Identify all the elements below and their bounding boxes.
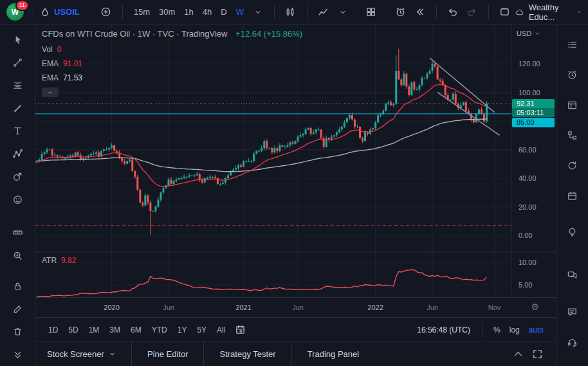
tab-stock-screener[interactable]: Stock Screener — [44, 342, 131, 366]
undo-button[interactable] — [443, 3, 463, 22]
atr-legend[interactable]: ATR 9.82 — [42, 256, 76, 265]
chart-canvas[interactable]: 120.00100.0080.0060.0040.0020.000.0010.0… — [35, 24, 556, 297]
panel-maximize-button[interactable] — [528, 345, 547, 364]
range-ytd[interactable]: YTD — [147, 323, 172, 337]
volume-value: 0 — [57, 45, 62, 54]
ideas-icon[interactable] — [560, 217, 585, 247]
time-axis[interactable]: ⚙ 2020Jun2021Jun2022JunNov — [35, 297, 556, 317]
ema-fast-value: 91.01 — [63, 59, 82, 68]
chevron-up-icon — [47, 89, 53, 96]
volume-label: Vol — [42, 45, 53, 54]
line-type-dropdown-button[interactable] — [314, 3, 333, 22]
time-label: 2022 — [367, 304, 383, 311]
text-icon[interactable] — [5, 120, 30, 143]
svg-text:0.00: 0.00 — [519, 232, 532, 239]
symbol-search-button[interactable]: USOIL — [40, 7, 80, 17]
interval-4h[interactable]: 4h — [198, 5, 216, 19]
redo-button[interactable] — [463, 3, 482, 22]
zoom-in-icon[interactable] — [5, 244, 30, 268]
edit-icon[interactable] — [5, 298, 30, 321]
range-5y[interactable]: 5Y — [192, 323, 212, 337]
panel-collapse-button[interactable] — [508, 345, 528, 364]
percent-scale-button[interactable]: % — [489, 323, 505, 337]
range-6m[interactable]: 6M — [125, 323, 147, 337]
interval-15m[interactable]: 15m — [129, 5, 154, 19]
ema-slow-legend[interactable]: EMA 71.53 — [42, 73, 302, 82]
time-label: 2021 — [235, 304, 251, 311]
tab-label: Trading Panel — [308, 349, 359, 359]
lock-icon[interactable] — [5, 275, 30, 298]
bottom-panel-tabs: Stock ScreenerPine EditorStrategy Tester… — [35, 342, 556, 366]
volume-legend[interactable]: Vol 0 — [42, 45, 302, 54]
expand-icon — [531, 348, 544, 360]
public-chats-icon[interactable] — [560, 260, 585, 290]
separator — [436, 5, 437, 19]
range-1d[interactable]: 1D — [43, 323, 63, 337]
time-label: Jun — [427, 304, 438, 311]
tab-strategy-tester[interactable]: Strategy Tester — [203, 342, 291, 366]
ruler-icon[interactable] — [5, 221, 30, 244]
chart-region: 120.00100.0080.0060.0040.0020.000.0010.0… — [35, 24, 556, 366]
app-logo[interactable]: W 11 — [6, 3, 24, 21]
range-all[interactable]: All — [212, 323, 230, 337]
clock[interactable]: 16:56:48 (UTC) — [412, 325, 475, 334]
screener-icon[interactable] — [560, 90, 585, 120]
go-to-date-icon — [234, 324, 246, 336]
top-toolbar: W 11 USOIL 15m30m1h4hDW — [0, 0, 588, 24]
calendar-icon[interactable] — [560, 181, 585, 211]
tab-pine-editor[interactable]: Pine Editor — [131, 342, 204, 366]
grid-layout-button[interactable] — [362, 3, 381, 22]
layout-button[interactable] — [495, 3, 515, 22]
svg-text:20.00: 20.00 — [519, 203, 537, 211]
cursor-icon[interactable] — [5, 28, 30, 51]
range-1m[interactable]: 1M — [84, 323, 105, 337]
chart-type-button[interactable] — [281, 3, 300, 22]
watchlist-icon[interactable] — [560, 30, 585, 60]
range-3m[interactable]: 3M — [104, 323, 125, 337]
alert-button[interactable] — [391, 3, 410, 22]
xabcd-pattern-icon[interactable] — [5, 143, 30, 166]
help-icon[interactable] — [560, 327, 585, 357]
hotlists-icon[interactable] — [560, 151, 585, 181]
ema-slow-label: EMA — [42, 73, 59, 82]
line-chart-icon — [317, 6, 329, 18]
svg-text:100.00: 100.00 — [519, 89, 540, 96]
object-tree-icon[interactable] — [560, 120, 585, 151]
time-label: 2020 — [104, 304, 119, 311]
alerts-icon[interactable] — [560, 60, 585, 90]
tab-label: Pine Editor — [147, 349, 188, 359]
range-1y[interactable]: 1Y — [172, 323, 192, 337]
go-to-date-button[interactable] — [230, 320, 250, 340]
range-5d[interactable]: 5D — [63, 323, 83, 337]
interval-w[interactable]: W — [232, 5, 248, 19]
more-icon[interactable] — [5, 343, 30, 366]
interval-dropdown-button[interactable] — [248, 3, 268, 22]
separator — [33, 5, 33, 19]
chart-title[interactable]: CFDs on WTI Crude Oil · 1W · TVC · Tradi… — [42, 29, 227, 39]
trend-line-icon[interactable] — [5, 51, 30, 75]
fib-retracement-icon[interactable] — [5, 74, 30, 97]
tab-trading-panel[interactable]: Trading Panel — [291, 342, 374, 366]
trash-icon[interactable] — [5, 320, 30, 343]
atr-label: ATR — [42, 256, 57, 265]
symbol-name: USOIL — [54, 7, 80, 17]
auto-scale-button[interactable]: auto — [524, 323, 548, 337]
line-type-caret-button[interactable] — [333, 3, 353, 22]
ema-fast-legend[interactable]: EMA 91.01 — [42, 59, 302, 68]
chart-settings-gear-icon[interactable]: ⚙ — [531, 302, 539, 312]
interval-30m[interactable]: 30m — [154, 5, 179, 19]
brush-icon[interactable] — [5, 97, 30, 120]
add-symbol-button[interactable] — [96, 3, 116, 22]
chevron-down-icon — [254, 8, 262, 16]
currency-dropdown[interactable]: USD — [517, 30, 540, 37]
private-chat-icon[interactable] — [560, 297, 585, 327]
time-label: Jun — [163, 304, 174, 311]
bar-replay-button[interactable] — [410, 3, 430, 22]
account-menu[interactable]: Wealthy Educ... — [515, 3, 582, 22]
log-scale-button[interactable]: log — [505, 323, 524, 337]
legend-collapse-button[interactable] — [42, 87, 59, 97]
forecast-icon[interactable] — [5, 165, 30, 188]
interval-d[interactable]: D — [216, 5, 231, 19]
emoji-icon[interactable] — [5, 188, 30, 212]
interval-1h[interactable]: 1h — [179, 5, 198, 19]
